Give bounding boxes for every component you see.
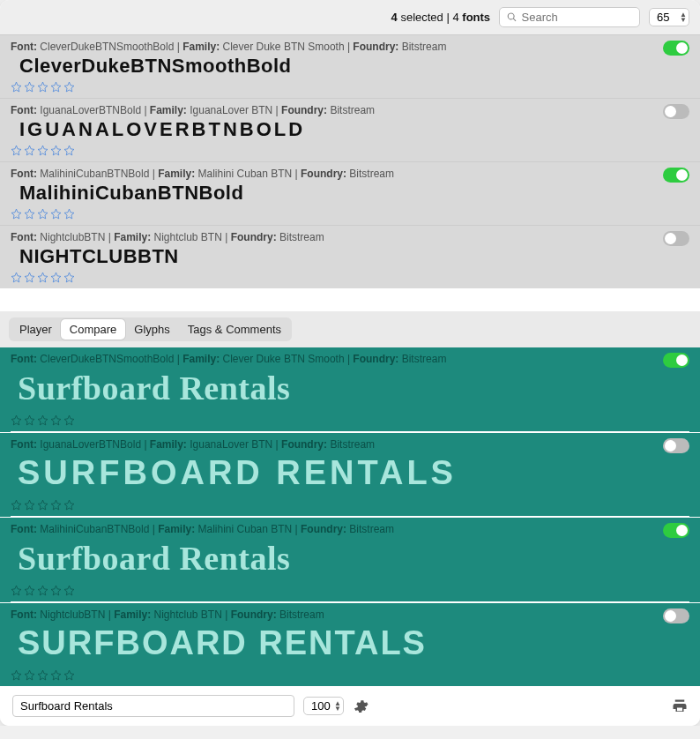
stepper-down-icon[interactable]: ▼ [334,706,341,712]
enable-toggle[interactable] [663,104,689,119]
star-icon[interactable] [50,499,62,511]
star-icon[interactable] [50,669,62,681]
star-icon[interactable] [24,499,35,511]
enable-toggle[interactable] [663,41,689,56]
star-icon[interactable] [11,272,22,283]
star-icon[interactable] [50,81,62,93]
font-meta: Font: NightclubBTN | Family: Nightclub B… [11,231,689,243]
star-icon[interactable] [37,499,48,511]
rating-stars[interactable] [11,497,689,512]
font-sample: NIGHTCLUBBTN [11,243,689,270]
star-icon[interactable] [24,669,35,681]
star-icon[interactable] [50,208,62,220]
compare-sample: Surfboard Rentals [11,535,689,583]
star-icon[interactable] [11,414,22,426]
rating-stars[interactable] [11,668,689,683]
enable-toggle[interactable] [663,608,689,623]
enable-toggle[interactable] [663,168,689,183]
topbar: 4 selected | 4 fonts 65 ▲ ▼ [0,0,700,34]
star-icon[interactable] [63,414,75,426]
compare-size-value: 100 [311,699,331,713]
star-icon[interactable] [63,499,75,511]
font-item[interactable]: Font: IguanaLoverBTNBold | Family: Iguan… [0,98,700,161]
star-icon[interactable] [24,81,35,93]
star-icon[interactable] [50,145,62,156]
search-input-wrap[interactable] [499,7,640,27]
star-icon[interactable] [11,208,22,220]
star-icon[interactable] [37,81,48,93]
star-icon[interactable] [37,208,48,220]
enable-toggle[interactable] [663,231,689,246]
compare-sample: Surfboard Rentals [11,621,689,668]
rating-stars[interactable] [11,583,689,598]
font-meta: Font: MalihiniCubanBTNBold | Family: Mal… [11,168,689,180]
compare-font-item[interactable]: Font: MalihiniCubanBTNBold | Family: Mal… [0,517,700,601]
star-icon[interactable] [63,669,75,681]
font-item[interactable]: Font: MalihiniCubanBTNBold | Family: Mal… [0,161,700,225]
stepper-down-icon[interactable]: ▼ [680,18,687,23]
compare-font-item[interactable]: Font: IguanaLoverBTNBold | Family: Iguan… [0,432,700,516]
star-icon[interactable] [11,669,22,681]
star-icon[interactable] [37,414,48,426]
star-icon[interactable] [11,81,22,93]
star-icon[interactable] [63,81,75,93]
tab-tags-comments[interactable]: Tags & Comments [179,319,290,340]
font-meta: Font: IguanaLoverBTNBold | Family: Iguan… [11,438,689,451]
size-stepper[interactable]: 65 ▲ ▼ [649,8,689,26]
star-icon[interactable] [11,585,22,596]
rating-stars[interactable] [11,270,689,285]
bottom-bar: 100 ▲ ▼ [0,686,700,726]
font-sample: IGUANALOVERBTNBOLD [11,116,689,143]
star-icon[interactable] [37,585,48,596]
print-icon[interactable] [672,698,688,714]
tabs: PlayerCompareGlyphsTags & Comments [0,311,700,347]
star-icon[interactable] [24,145,35,156]
rating-stars[interactable] [11,143,689,158]
star-icon[interactable] [24,208,35,220]
compare-font-item[interactable]: Font: CleverDukeBTNSmoothBold | Family: … [0,347,700,431]
rating-stars[interactable] [11,206,689,221]
rating-stars[interactable] [11,79,689,94]
font-meta: Font: NightclubBTN | Family: Nightclub B… [11,608,689,621]
enable-toggle[interactable] [663,438,689,453]
font-meta: Font: IguanaLoverBTNBold | Family: Iguan… [11,104,689,116]
font-sample: CleverDukeBTNSmoothBold [11,53,689,79]
star-icon[interactable] [37,272,48,283]
star-icon[interactable] [24,414,35,426]
size-value: 65 [657,11,676,24]
star-icon[interactable] [63,208,75,220]
star-icon[interactable] [11,145,22,156]
star-icon[interactable] [24,272,35,283]
star-icon[interactable] [37,669,48,681]
tab-compare[interactable]: Compare [61,319,125,340]
enable-toggle[interactable] [663,523,689,538]
tab-player[interactable]: Player [11,319,61,340]
star-icon[interactable] [50,272,62,283]
star-icon[interactable] [63,585,75,596]
gear-icon[interactable] [353,698,369,714]
font-list: Font: CleverDukeBTNSmoothBold | Family: … [0,34,700,288]
enable-toggle[interactable] [663,353,689,368]
compare-sample: Surfboard Rentals [11,451,689,497]
tab-glyphs[interactable]: Glyphs [125,319,178,340]
font-meta: Font: CleverDukeBTNSmoothBold | Family: … [11,41,689,53]
selection-summary: 4 selected | 4 fonts [391,11,491,24]
star-icon[interactable] [50,585,62,596]
star-icon[interactable] [63,145,75,156]
sample-text-input[interactable] [12,695,294,717]
rating-stars[interactable] [11,413,689,428]
font-item[interactable]: Font: NightclubBTN | Family: Nightclub B… [0,225,700,288]
compare-size-stepper[interactable]: 100 ▲ ▼ [303,697,344,715]
font-item[interactable]: Font: CleverDukeBTNSmoothBold | Family: … [0,34,700,98]
compare-font-item[interactable]: Font: NightclubBTN | Family: Nightclub B… [0,602,700,686]
star-icon[interactable] [50,414,62,426]
tab-group: PlayerCompareGlyphsTags & Comments [9,317,292,341]
star-icon[interactable] [24,585,35,596]
search-icon [507,11,517,23]
star-icon[interactable] [37,145,48,156]
star-icon[interactable] [63,272,75,283]
search-input[interactable] [522,11,633,24]
app-window: 4 selected | 4 fonts 65 ▲ ▼ Font: Clever… [0,0,700,726]
font-meta: Font: CleverDukeBTNSmoothBold | Family: … [11,353,689,365]
star-icon[interactable] [11,499,22,511]
